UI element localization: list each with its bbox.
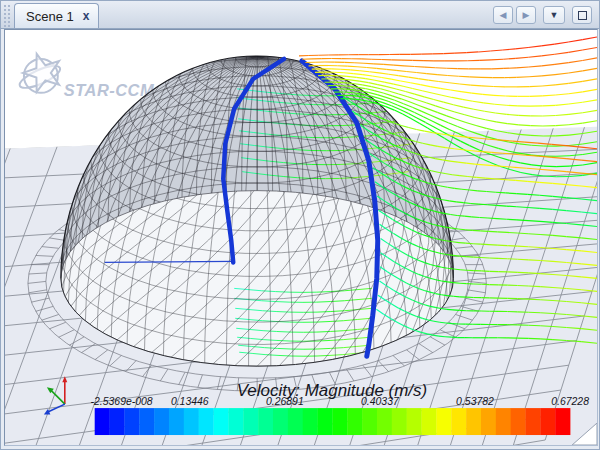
tab-scene-1[interactable]: Scene 1 x	[14, 3, 99, 28]
colorbar-segment	[511, 408, 526, 435]
scene-window: Scene 1 x ◀ ▶ ▼ STAR-CCM+-2.5369e-0080.1…	[0, 0, 600, 450]
colorbar-segment	[124, 408, 139, 435]
tab-drag-handle[interactable]	[2, 3, 11, 27]
colorbar-tick-label: 0.53782	[456, 396, 494, 407]
colorbar-segment	[332, 408, 347, 435]
colorbar-segment	[526, 408, 541, 435]
colorbar-segment	[95, 408, 110, 435]
colorbar-tick-label: 0.67228	[551, 396, 589, 407]
colorbar-segment	[199, 408, 214, 435]
colorbar-segment	[466, 408, 481, 435]
scroll-left-button[interactable]: ◀	[493, 6, 513, 24]
colorbar-segment	[436, 408, 451, 435]
chevron-down-icon: ▼	[550, 10, 559, 20]
3d-viewport[interactable]: STAR-CCM+-2.5369e-0080.134460.268910.403…	[4, 29, 598, 446]
dome-base	[61, 191, 454, 367]
colorbar-segment	[139, 408, 154, 435]
colorbar-segment	[288, 408, 303, 435]
colorbar-segment	[154, 408, 169, 435]
triangle-left-icon: ◀	[500, 10, 507, 20]
colorbar-tick-label: -2.5369e-008	[91, 396, 153, 407]
colorbar-segment	[303, 408, 318, 435]
scroll-right-button[interactable]: ▶	[516, 6, 536, 24]
colorbar-segment	[421, 408, 436, 435]
maximize-icon	[578, 11, 587, 20]
tab-label: Scene 1	[26, 9, 74, 24]
tab-list-dropdown-button[interactable]: ▼	[543, 6, 565, 24]
legend-title: Velocity: Magnitude (m/s)	[237, 381, 427, 400]
colorbar-segment	[273, 408, 288, 435]
colorbar-segment	[243, 408, 258, 435]
tab-bar: Scene 1 x ◀ ▶ ▼	[1, 1, 599, 29]
tab-close-icon[interactable]: x	[83, 11, 90, 21]
colorbar-segment	[451, 408, 466, 435]
colorbar-segment	[318, 408, 333, 435]
colorbar-segment	[228, 408, 243, 435]
colorbar-segment	[555, 408, 570, 435]
scene-canvas[interactable]: STAR-CCM+-2.5369e-0080.134460.268910.403…	[5, 30, 597, 445]
colorbar-segment	[377, 408, 392, 435]
colorbar-segment	[362, 408, 377, 435]
triangle-right-icon: ▶	[523, 10, 530, 20]
colorbar-segment	[407, 408, 422, 435]
maximize-button[interactable]	[572, 6, 592, 24]
colorbar-segment	[392, 408, 407, 435]
colorbar-segment	[258, 408, 273, 435]
window-controls: ◀ ▶ ▼	[493, 6, 592, 24]
colorbar-segment	[169, 408, 184, 435]
colorbar-segment	[540, 408, 555, 435]
colorbar-segment	[481, 408, 496, 435]
colorbar-tick-label: 0.13446	[171, 396, 209, 407]
colorbar-segment	[214, 408, 229, 435]
colorbar-segment	[347, 408, 362, 435]
colorbar-segment	[496, 408, 511, 435]
colorbar-segment	[110, 408, 125, 435]
colorbar-segment	[184, 408, 199, 435]
